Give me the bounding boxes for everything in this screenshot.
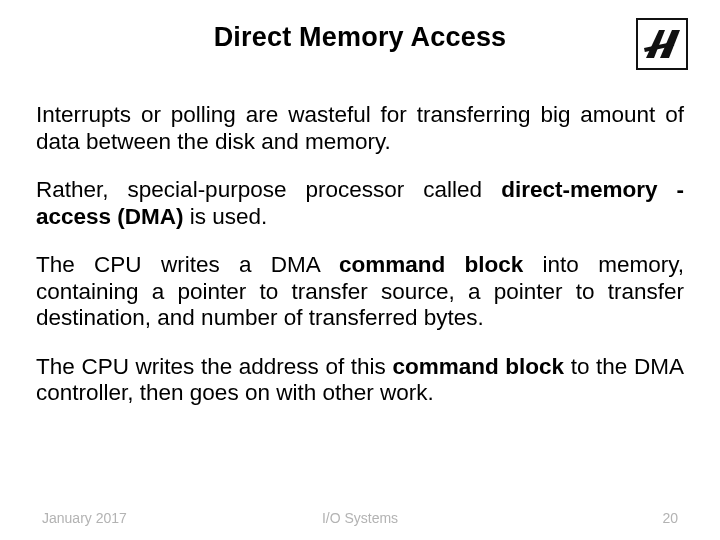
technion-logo-icon xyxy=(636,18,688,70)
slide-header: Direct Memory Access xyxy=(36,18,684,66)
footer-date: January 2017 xyxy=(42,510,127,526)
bold-text: command block xyxy=(392,354,564,379)
slide-footer: January 2017 I/O Systems 20 xyxy=(0,510,720,526)
bold-text: command block xyxy=(339,252,523,277)
text: is used. xyxy=(184,204,268,229)
footer-subject: I/O Systems xyxy=(322,510,398,526)
paragraph-1: Interrupts or polling are wasteful for t… xyxy=(36,102,684,155)
text: The CPU writes the address of this xyxy=(36,354,392,379)
svg-rect-0 xyxy=(637,19,687,69)
text: The CPU writes a DMA xyxy=(36,252,339,277)
paragraph-2: Rather, special-purpose processor called… xyxy=(36,177,684,230)
slide: Direct Memory Access Interrupts or polli… xyxy=(0,0,720,540)
slide-title: Direct Memory Access xyxy=(36,18,684,53)
paragraph-4: The CPU writes the address of this comma… xyxy=(36,354,684,407)
text: Interrupts or polling are wasteful for t… xyxy=(36,102,684,154)
paragraph-3: The CPU writes a DMA command block into … xyxy=(36,252,684,332)
footer-page-number: 20 xyxy=(662,510,678,526)
slide-body: Interrupts or polling are wasteful for t… xyxy=(36,102,684,407)
text: Rather, special-purpose processor called xyxy=(36,177,501,202)
